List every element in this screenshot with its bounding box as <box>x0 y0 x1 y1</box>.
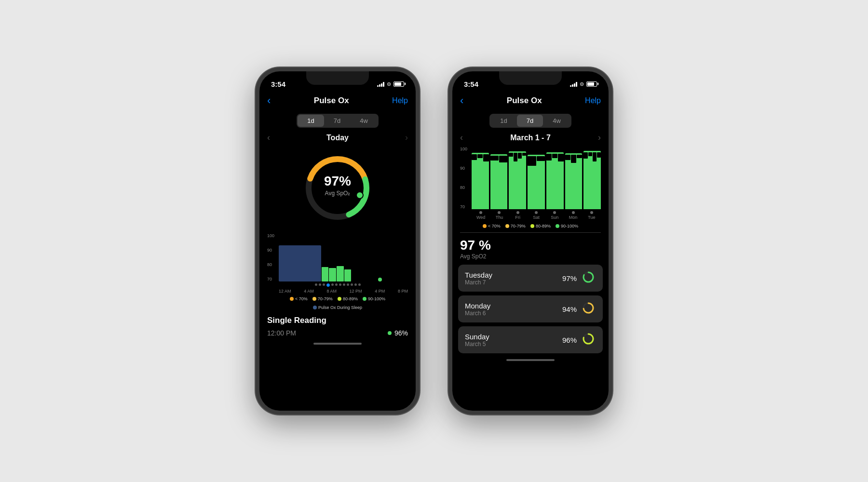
gauge-container: 97% Avg SpO₂ <box>259 145 416 231</box>
dot-3 <box>323 283 325 286</box>
monday-date: March 6 <box>465 310 490 317</box>
dot-1 <box>315 283 317 286</box>
segment-1d[interactable]: 1d <box>298 115 324 127</box>
bar-green-3 <box>337 266 344 281</box>
period-title: Today <box>326 134 349 142</box>
tuesday-date: March 7 <box>465 279 492 286</box>
sunday-pct: 96% <box>562 336 577 344</box>
home-indicator <box>259 339 416 348</box>
segment-7d[interactable]: 7d <box>324 115 350 127</box>
legend2-90-100: 90-100% <box>556 224 578 228</box>
divider <box>460 232 601 233</box>
tuesday-pct: 97% <box>562 274 577 282</box>
time-12am: 12 AM <box>279 289 291 294</box>
dot-active <box>326 283 330 287</box>
dot-fri <box>509 211 527 214</box>
wyl-90: 90 <box>460 166 467 171</box>
legend2-dot-70-79 <box>505 224 509 228</box>
week-y-labels: 100 90 80 70 <box>460 147 467 209</box>
legend-label-lt70: < 70% <box>295 296 308 301</box>
chart-bars <box>279 233 408 281</box>
dot-11 <box>358 283 361 286</box>
next-arrow: › <box>405 133 408 143</box>
help-button-2[interactable]: Help <box>585 96 601 105</box>
wyl-100: 100 <box>460 147 467 151</box>
label-sun: Sun <box>545 215 564 220</box>
time-8pm: 8 PM <box>398 289 408 294</box>
legend2-lt70: < 70% <box>483 224 501 228</box>
segment2-1d[interactable]: 1d <box>490 115 516 127</box>
sunday-date: March 5 <box>465 341 489 348</box>
screen-7d: 3:54 ⊜ ‹ Pulse O <box>452 71 609 411</box>
legend2-dot-lt70 <box>483 224 487 228</box>
col-tue <box>583 147 601 209</box>
segment2-7d[interactable]: 7d <box>517 115 543 127</box>
sunday-info: Sunday March 5 <box>465 333 489 348</box>
sunday-name: Sunday <box>465 333 489 341</box>
week-bars <box>472 147 601 209</box>
notch-2 <box>499 71 562 85</box>
wifi-icon-2: ⊜ <box>580 81 584 87</box>
label-tue: Tue <box>583 215 601 220</box>
legend-label-70-79: 70-79% <box>318 296 333 301</box>
legend2-80-89: 80-89% <box>530 224 551 228</box>
battery-icon <box>393 81 404 87</box>
legend2-dot-90-100 <box>556 224 559 228</box>
phone-1d: 3:54 ⊜ ‹ Pulse O <box>256 67 420 415</box>
next-arrow-2[interactable]: › <box>598 133 601 143</box>
dot-thu <box>490 211 508 214</box>
legend-dot-70-79 <box>312 297 316 301</box>
legend-label-90-100: 90-100% <box>368 296 385 301</box>
monday-gauge <box>581 300 596 318</box>
time-12pm: 12 PM <box>350 289 362 294</box>
reading-row: 12:00 PM 96% <box>259 327 416 339</box>
back-button[interactable]: ‹ <box>267 94 271 107</box>
period-header-2: ‹ March 1 - 7 › <box>452 131 609 145</box>
prev-arrow[interactable]: ‹ <box>267 133 270 143</box>
svg-point-3 <box>356 192 363 199</box>
dot-10 <box>354 283 357 286</box>
label-thu: Thu <box>490 215 508 220</box>
segment-control: 1d 7d 4w <box>267 114 408 128</box>
phones-container: 3:54 ⊜ ‹ Pulse O <box>256 67 612 415</box>
period-title-2: March 1 - 7 <box>510 134 551 142</box>
svg-text:97%: 97% <box>324 174 351 188</box>
dot-2 <box>319 283 321 286</box>
dot-sun <box>545 211 564 214</box>
day-item-monday[interactable]: Monday March 6 94% <box>458 295 603 322</box>
reading-pct: 96% <box>394 329 408 337</box>
day-labels-row: Wed Thu Fri Sat Sun Mon Tue <box>460 215 601 221</box>
status-icons-2: ⊜ <box>570 81 597 87</box>
col-thu <box>490 147 508 209</box>
label-sat: Sat <box>527 215 545 220</box>
legend2-70-79: 70-79% <box>505 224 526 228</box>
help-button[interactable]: Help <box>392 96 408 105</box>
label-fri: Fri <box>509 215 527 220</box>
back-button-2[interactable]: ‹ <box>460 94 463 107</box>
prev-arrow-2[interactable]: ‹ <box>460 133 463 143</box>
section-title: Single Reading <box>259 312 416 327</box>
nav-bar-2: ‹ Pulse Ox Help <box>452 93 609 111</box>
bar-chart-container: 100 90 80 70 <box>259 231 416 282</box>
dot-5 <box>335 283 338 286</box>
day-dots-row <box>460 209 601 215</box>
dot-9 <box>351 283 353 286</box>
wifi-icon: ⊜ <box>387 81 391 87</box>
day-item-tuesday[interactable]: Tuesday March 7 97% <box>458 265 603 292</box>
col-sat <box>528 147 545 209</box>
segment2-4w[interactable]: 4w <box>543 115 570 127</box>
legend2-label-90-100: 90-100% <box>561 224 578 228</box>
sunday-right: 96% <box>562 331 596 348</box>
status-time-2: 3:54 <box>464 80 478 88</box>
col-wed <box>472 147 489 209</box>
bar-green-2 <box>329 268 336 281</box>
signal-icon <box>377 81 384 87</box>
bar-green-4 <box>344 269 352 281</box>
segment-4w[interactable]: 4w <box>350 115 378 127</box>
tuesday-right: 97% <box>562 269 596 287</box>
dot-7 <box>343 283 345 286</box>
dot-8 <box>347 283 349 286</box>
wyl-70: 70 <box>460 204 467 209</box>
dot-6 <box>339 283 341 286</box>
day-item-sunday[interactable]: Sunday March 5 96% <box>458 326 603 353</box>
